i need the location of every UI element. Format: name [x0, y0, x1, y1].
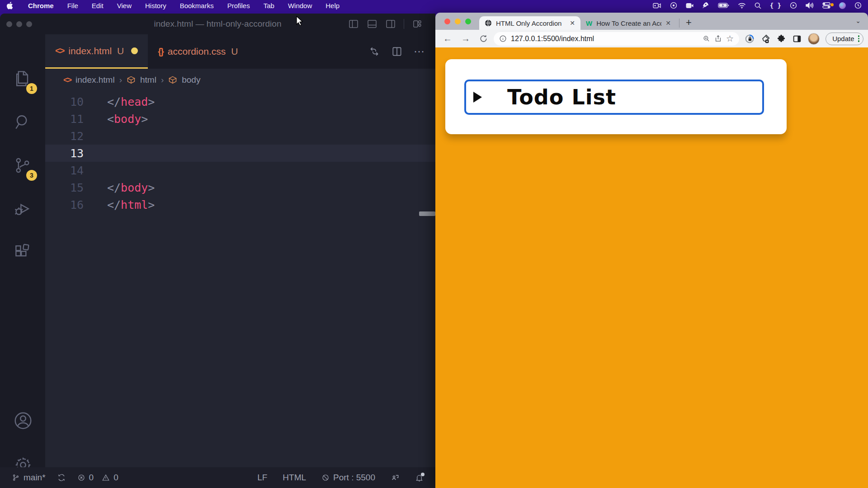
toggle-panel-icon[interactable] — [367, 19, 377, 29]
macos-menu-bar: Chrome File Edit View History Bookmarks … — [0, 0, 868, 11]
side-panel-icon[interactable] — [792, 34, 802, 44]
remote-session-icon[interactable] — [391, 473, 400, 482]
breadcrumb-body-node[interactable]: body — [182, 75, 200, 85]
close-window-button[interactable] — [6, 21, 12, 27]
search-icon[interactable] — [13, 112, 33, 132]
rocket-icon[interactable] — [702, 2, 709, 9]
menu-item-chrome[interactable]: Chrome — [21, 2, 61, 9]
notifications-bell-icon[interactable] — [415, 474, 424, 482]
site-info-icon[interactable] — [499, 35, 507, 42]
html-file-icon: <> — [63, 75, 71, 85]
menu-item-tab[interactable]: Tab — [257, 2, 281, 9]
breadcrumb-file[interactable]: index.html — [75, 75, 115, 85]
open-changes-icon[interactable] — [368, 46, 380, 57]
notification-dot — [421, 473, 425, 476]
problems-item[interactable]: 0 0 — [77, 473, 118, 483]
split-editor-icon[interactable] — [391, 46, 403, 57]
language-mode[interactable]: HTML — [283, 473, 306, 483]
clock-icon[interactable] — [854, 2, 862, 9]
code-line-11[interactable]: 11 <body> — [45, 110, 435, 127]
close-tab-icon[interactable]: ✕ — [665, 19, 671, 27]
url-text[interactable]: 127.0.0.1:5500/index.html — [511, 35, 698, 43]
account-icon[interactable] — [13, 410, 33, 431]
video-camera-icon[interactable] — [653, 3, 661, 9]
code-line-10[interactable]: 10 </head> — [45, 93, 435, 110]
more-actions-icon[interactable]: ⋯ — [414, 45, 425, 58]
code-editor[interactable]: 10 </head> 11 <body> 12 13 14 15 — [45, 91, 435, 472]
extensions-icon[interactable] — [13, 242, 33, 262]
sync-changes-item[interactable] — [57, 474, 66, 482]
braces-app-icon[interactable]: { } — [770, 2, 781, 9]
customize-layout-icon[interactable] — [412, 19, 423, 29]
browser-menu-dots-icon[interactable] — [858, 35, 860, 42]
back-button[interactable]: ← — [440, 33, 455, 44]
unsaved-dot-icon[interactable] — [131, 47, 138, 54]
apple-logo-icon[interactable] — [6, 2, 13, 9]
privacy-extension-icon[interactable] — [745, 34, 755, 44]
battery-icon[interactable] — [718, 3, 729, 8]
extensions-puzzle-icon[interactable] — [776, 34, 786, 44]
menu-item-bookmarks[interactable]: Bookmarks — [173, 2, 221, 9]
accordion-summary[interactable]: Todo List — [464, 80, 764, 115]
menu-item-help[interactable]: Help — [319, 2, 346, 9]
close-tab-icon[interactable]: ✕ — [570, 19, 575, 27]
live-server-port[interactable]: Port : 5500 — [321, 473, 375, 483]
screen-record-icon[interactable] — [670, 2, 677, 9]
symbol-cube-icon — [168, 75, 177, 84]
git-branch-item[interactable]: main* — [12, 473, 46, 483]
eyedropper-extension-icon[interactable] — [760, 34, 770, 44]
chevron-right-icon: › — [119, 75, 122, 85]
spotlight-search-icon[interactable] — [755, 2, 761, 9]
reload-button[interactable] — [476, 34, 491, 43]
toggle-secondary-sidebar-icon[interactable] — [385, 19, 396, 29]
code-token: </ — [107, 181, 121, 194]
menu-item-profiles[interactable]: Profiles — [221, 2, 257, 9]
mouse-cursor — [295, 15, 305, 26]
code-line-12[interactable]: 12 — [45, 127, 435, 145]
update-chrome-button[interactable]: Update — [826, 33, 863, 45]
control-center-icon[interactable] — [822, 2, 830, 9]
new-tab-button[interactable]: + — [682, 17, 695, 28]
vscode-title-bar[interactable]: index.html — html-only-accordion — [0, 14, 435, 34]
forward-button[interactable]: → — [458, 33, 473, 44]
minimize-window-button[interactable] — [16, 21, 22, 27]
tab-search-chevron-icon[interactable]: ⌄ — [855, 17, 861, 24]
volume-icon[interactable] — [806, 2, 814, 9]
git-status-letter: U — [117, 46, 124, 56]
zoom-icon[interactable] — [703, 35, 710, 42]
menu-item-view[interactable]: View — [110, 2, 138, 9]
camera-icon[interactable] — [686, 3, 693, 9]
code-line-16[interactable]: 16 </html> — [45, 196, 435, 213]
code-line-13-active[interactable]: 13 — [45, 145, 435, 162]
share-icon[interactable] — [714, 35, 722, 42]
vscode-layout-controls — [348, 19, 423, 29]
details-marker-triangle-icon[interactable] — [473, 92, 482, 103]
browser-tab-html-only-accordion[interactable]: HTML Only Accordion ✕ — [479, 16, 580, 30]
tab-label: index.html — [68, 46, 112, 56]
run-and-debug-icon[interactable] — [13, 199, 33, 219]
zoom-window-button[interactable] — [26, 21, 32, 27]
code-line-14[interactable]: 14 — [45, 162, 435, 179]
siri-icon[interactable] — [839, 2, 846, 9]
close-window-button[interactable] — [444, 19, 450, 24]
minimize-window-button[interactable] — [455, 19, 461, 24]
menu-item-window[interactable]: Window — [281, 2, 319, 9]
breadcrumb-html-node[interactable]: html — [140, 75, 156, 85]
profile-avatar[interactable] — [808, 33, 820, 45]
wifi-icon[interactable] — [738, 3, 746, 9]
editor-tab-index-html[interactable]: <> index.html U — [45, 34, 148, 69]
scrollbar-handle[interactable] — [419, 211, 435, 216]
bookmark-star-icon[interactable]: ☆ — [726, 33, 734, 44]
play-circle-icon[interactable] — [790, 2, 797, 9]
menu-item-edit[interactable]: Edit — [85, 2, 110, 9]
toggle-primary-sidebar-icon[interactable] — [348, 19, 359, 29]
editor-tab-accordion-css[interactable]: {} accordion.css U — [148, 34, 248, 69]
eol-indicator[interactable]: LF — [257, 473, 267, 483]
menu-item-history[interactable]: History — [138, 2, 173, 9]
browser-tab-how-to-create-accordion[interactable]: W How To Create an Accordion ✕ — [580, 16, 676, 30]
code-line-15[interactable]: 15 </body> — [45, 179, 435, 196]
branch-name: main* — [24, 473, 46, 483]
zoom-window-button[interactable] — [465, 19, 471, 24]
address-bar[interactable]: 127.0.0.1:5500/index.html ☆ — [494, 32, 739, 46]
menu-item-file[interactable]: File — [61, 2, 85, 9]
